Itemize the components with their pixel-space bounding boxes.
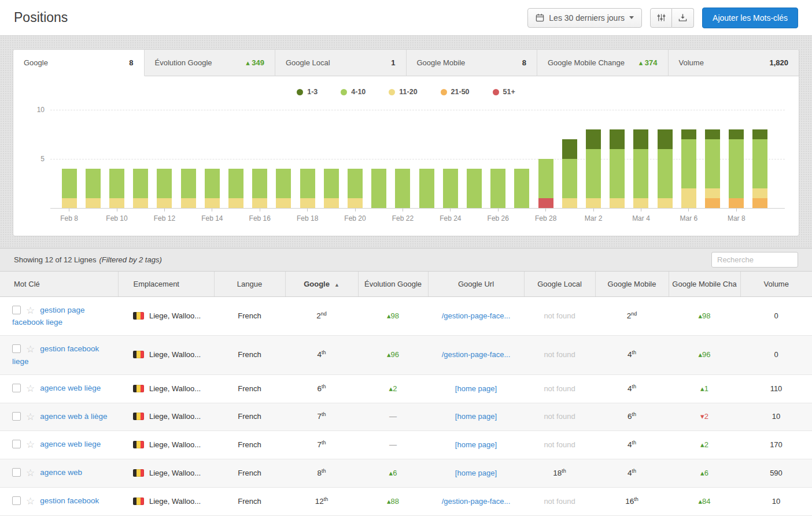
x-tick-label: Feb 24 (438, 214, 462, 222)
chart-bar-feb-20[interactable] (348, 169, 363, 208)
chart-bar-feb-26[interactable] (490, 169, 505, 208)
chart-bar-feb-14[interactable] (205, 169, 220, 208)
chart-bar-feb-23[interactable] (419, 169, 434, 208)
bar-segment-4-10 (133, 169, 148, 198)
bar-segment-4-10 (490, 169, 505, 208)
star-icon[interactable]: ☆ (26, 383, 35, 394)
row-checkbox[interactable] (12, 384, 21, 392)
row-checkbox[interactable] (12, 344, 21, 353)
keyword-link[interactable]: agence web liege (40, 440, 101, 448)
star-icon[interactable]: ☆ (26, 496, 35, 507)
chart-bar-feb-27[interactable] (514, 169, 529, 208)
google-url-link[interactable]: [home page] (455, 469, 497, 477)
row-checkbox[interactable] (12, 468, 21, 477)
chart-bar-feb-24[interactable] (443, 169, 458, 208)
row-checkbox[interactable] (12, 440, 21, 448)
column-header-emplacement[interactable]: Emplacement (118, 272, 214, 296)
language-text: French (214, 459, 285, 488)
star-icon[interactable]: ☆ (26, 411, 35, 422)
chart-bar-mar-1[interactable] (562, 139, 577, 208)
chart-bar-mar-2[interactable] (586, 129, 601, 208)
column-header-langue[interactable]: Langue (214, 272, 285, 296)
chart-bar-mar-5[interactable] (658, 129, 673, 208)
search-input[interactable] (711, 252, 798, 268)
row-checkbox[interactable] (12, 496, 21, 505)
tab-volume[interactable]: Volume 1,820 (669, 50, 799, 76)
chart-bar-feb-25[interactable] (467, 169, 482, 208)
chart-bar-mar-8[interactable] (729, 129, 744, 208)
column-header-volume[interactable]: Volume (740, 272, 812, 296)
x-tick (403, 209, 403, 211)
chart-bar-feb-12[interactable] (157, 169, 172, 208)
chart-bar-mar-6[interactable] (681, 129, 696, 208)
chart-bar-feb-9[interactable] (86, 169, 101, 208)
bar-slot (606, 110, 629, 208)
positions-stacked-bar-chart: 10 5 Feb 8Feb 10Feb 12Feb 14Feb 16Feb 18… (27, 110, 785, 228)
keyword-link[interactable]: agence web liège (40, 384, 101, 392)
filter-settings-button[interactable] (650, 8, 672, 28)
star-icon[interactable]: ☆ (26, 467, 35, 478)
tab-google-mobile-change[interactable]: Google Mobile Change ▴ 374 (537, 50, 669, 76)
keyword-link[interactable]: gestion facebook liege (12, 344, 99, 366)
chart-bar-feb-21[interactable] (371, 169, 386, 208)
keyword-link[interactable]: gestion page facebook liege (12, 306, 85, 327)
google-url-link[interactable]: /gestion-page-face... (442, 350, 511, 359)
legend-item-21-50[interactable]: 21-50 (441, 88, 470, 96)
keyword-link[interactable]: agence web à liège (40, 412, 107, 421)
chart-bar-mar-7[interactable] (705, 129, 720, 208)
google-url-link[interactable]: [home page] (455, 412, 497, 421)
x-slot (748, 209, 772, 222)
tab-google[interactable]: Google 8 (13, 50, 145, 76)
google-url-link[interactable]: /gestion-page-face... (442, 311, 511, 320)
legend-item-1-3[interactable]: 1-3 (297, 88, 318, 96)
legend-item-11-20[interactable]: 11-20 (389, 88, 417, 96)
star-icon[interactable]: ☆ (26, 305, 35, 316)
column-header-google-mobile-cha[interactable]: Google Mobile Cha (669, 272, 740, 296)
chart-bar-mar-3[interactable] (610, 129, 625, 208)
row-checkbox[interactable] (12, 412, 21, 421)
column-header--volution-google[interactable]: Évolution Google (358, 272, 428, 296)
column-header-google-url[interactable]: Google Url (428, 272, 524, 296)
export-download-button[interactable] (672, 8, 694, 28)
tab--volution-google[interactable]: Évolution Google ▴ 349 (145, 50, 276, 76)
google-url-link[interactable]: /gestion-page-face... (442, 497, 511, 506)
add-keywords-button[interactable]: Ajouter les Mots-clés (702, 8, 798, 28)
column-header-google-mobile[interactable]: Google Mobile (595, 272, 669, 296)
keyword-link[interactable]: gestion facebook (40, 496, 99, 505)
legend-item-51-[interactable]: 51+ (493, 88, 515, 96)
google-url-link[interactable]: [home page] (455, 384, 497, 393)
column-header-mot-cl-[interactable]: Mot Clé (0, 272, 118, 296)
chart-bar-feb-13[interactable] (181, 169, 196, 208)
tab-google-local[interactable]: Google Local 1 (275, 50, 407, 76)
keyword-link[interactable]: agence web (40, 468, 82, 477)
google-evolution: — (358, 403, 428, 431)
date-range-button[interactable]: Les 30 derniers jours (527, 8, 642, 28)
chart-bar-feb-15[interactable] (228, 169, 243, 208)
x-slot (129, 209, 153, 222)
chart-bar-feb-11[interactable] (133, 169, 148, 208)
chart-bar-feb-8[interactable] (62, 169, 77, 208)
chart-bar-mar-9[interactable] (752, 129, 767, 208)
chart-bar-feb-28[interactable] (538, 159, 553, 208)
row-checkbox[interactable] (12, 306, 21, 314)
legend-item-4-10[interactable]: 4-10 (341, 88, 366, 96)
chart-bar-feb-10[interactable] (109, 169, 124, 208)
tab-label: Volume (679, 58, 704, 67)
x-slot (462, 209, 486, 222)
google-url-link[interactable]: [home page] (455, 440, 497, 449)
chart-bar-feb-17[interactable] (276, 169, 291, 208)
bar-segment-1-3 (633, 129, 648, 149)
bar-segment-11-20 (86, 198, 101, 208)
chart-bar-mar-4[interactable] (633, 129, 648, 208)
star-icon[interactable]: ☆ (26, 439, 35, 450)
chart-bar-feb-22[interactable] (395, 169, 410, 208)
column-header-google[interactable]: Google▲ (285, 272, 358, 296)
chart-bar-feb-19[interactable] (324, 169, 339, 208)
column-header-google-local[interactable]: Google Local (524, 272, 595, 296)
chart-bar-feb-18[interactable] (300, 169, 315, 208)
bar-segment-51- (538, 198, 553, 208)
tab-google-mobile[interactable]: Google Mobile 8 (407, 50, 538, 76)
star-icon[interactable]: ☆ (26, 344, 35, 355)
chart-bar-feb-16[interactable] (252, 169, 267, 208)
x-tick-label: Feb 8 (57, 214, 81, 222)
